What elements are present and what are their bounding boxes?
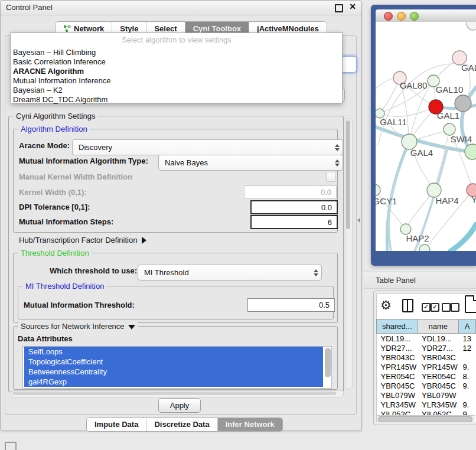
algorithm-dropdown-prompt: Select algorithm to view settings	[11, 33, 342, 48]
algorithm-option[interactable]: ARACNE Algorithm	[11, 67, 342, 76]
table-row[interactable]: YDL19...YDL19...13	[377, 334, 476, 344]
mi-threshold-field[interactable]: 0.5	[247, 298, 335, 312]
splitter-handle-icon[interactable]	[357, 218, 360, 223]
float-window-icon[interactable]	[335, 4, 343, 12]
algorithm-option[interactable]: Basic Correlation Inference	[11, 57, 342, 67]
algorithm-option[interactable]: Mutual Information Inference	[11, 76, 342, 86]
network-node[interactable]	[467, 22, 476, 30]
scrollbar-thumb[interactable]	[12, 392, 336, 395]
mi-threshold-value: 0.5	[319, 301, 330, 309]
which-threshold-select[interactable]: MI Threshold	[138, 265, 322, 281]
node-label: GAL80	[400, 80, 428, 90]
column-header-2[interactable]: name	[418, 319, 459, 334]
mi-type-value: Naive Bayes	[165, 158, 208, 167]
attribute-list-item[interactable]: gal4RGexp	[24, 377, 323, 387]
columns-icon[interactable]	[402, 299, 413, 312]
table-row[interactable]: YBR045CYBR045C9.	[377, 381, 476, 390]
table-cell: YBR045C	[377, 381, 418, 390]
mi-steps-field[interactable]: 6	[250, 215, 338, 229]
table-cell: 13	[459, 334, 476, 344]
node-label: GAL1	[437, 110, 459, 120]
network-edge	[450, 224, 476, 251]
node-attribute-table[interactable]: shared...nameA YDL19...YDL19...13YDR27..…	[376, 319, 476, 419]
table-cell: YBR045C	[418, 381, 459, 390]
hub-definition-expander[interactable]: Hub/Transcription Factor Definition	[19, 236, 146, 244]
hidden-combo-fragment[interactable]	[341, 56, 357, 73]
table-row[interactable]: YPR145WYPR145W9.	[377, 362, 476, 371]
table-cell: 9.	[459, 381, 476, 390]
mi-type-label: Mutual Information Algorithm Type:	[19, 156, 148, 165]
table-row[interactable]: YLR345WYLR345W9.	[377, 400, 476, 409]
table-row[interactable]: YBR043CYBR043C	[377, 353, 476, 362]
expand-right-icon	[142, 237, 146, 244]
algorithm-option[interactable]: Bayesian – K2	[11, 86, 342, 95]
apply-button[interactable]: Apply	[158, 398, 201, 413]
checked-checkbox-icon[interactable]: ✓	[422, 303, 431, 312]
table-row[interactable]: YBL079WYBL079W	[377, 390, 476, 400]
sources-title[interactable]: Sources for Network Inference	[18, 322, 138, 331]
table-cell: YBL079W	[418, 390, 459, 400]
dpi-tolerance-field[interactable]: 0.0	[250, 200, 338, 214]
node-label: Y	[471, 194, 476, 204]
bottom-tab-impute-data[interactable]: Impute Data	[87, 418, 146, 431]
network-node-gal1[interactable]	[444, 123, 455, 135]
algorithm-option[interactable]: Dream8 DC_TDC Algorithm	[11, 95, 342, 105]
sources-title-label: Sources for Network Inference	[21, 322, 125, 331]
network-edge	[434, 129, 449, 190]
node-label: GAL4	[410, 148, 433, 158]
data-attributes-list[interactable]: SelfLoopsTopologicalCoefficientBetweenne…	[22, 346, 332, 389]
table-cell: YBR043C	[418, 353, 459, 362]
control-panel-titlebar: Control Panel ✕	[1, 1, 361, 15]
close-icon[interactable]: ✕	[349, 2, 356, 11]
table-cell: YDL19...	[418, 334, 459, 344]
table-cell: YBR043C	[377, 353, 418, 362]
table-cell: 9.	[459, 362, 476, 371]
hub-definition-label: Hub/Transcription Factor Definition	[19, 236, 137, 244]
spinner-arrows-icon	[335, 140, 340, 155]
network-node[interactable]	[455, 95, 471, 112]
table-cell: 8.	[459, 371, 476, 381]
attribute-list-item[interactable]: BetweennessCentrality	[24, 367, 323, 377]
minimize-traffic-light-icon[interactable]	[397, 12, 406, 21]
table-header-row[interactable]: shared...nameA	[377, 319, 476, 334]
mi-steps-value: 6	[328, 218, 332, 227]
zoom-traffic-light-icon[interactable]	[410, 12, 419, 21]
scrollbar-thumb[interactable]	[378, 416, 472, 422]
attribute-list-item[interactable]: SelfLoops	[24, 347, 323, 357]
mi-type-select[interactable]: Naive Bayes	[158, 155, 343, 171]
mi-threshold-title: MI Threshold Definition	[23, 282, 106, 291]
table-row[interactable]: YER054CYER054C8.	[377, 371, 476, 381]
unchecked-checkbox-icon[interactable]	[442, 303, 451, 312]
table-row[interactable]: YDR27...YDR27...12	[377, 343, 476, 353]
checked-checkbox-icon[interactable]: ✓	[431, 303, 439, 312]
network-canvas[interactable]: GALGAL80GAL10GAL11GAL1SWI4GAL4GCY1HAP4YH…	[376, 22, 476, 251]
column-header-1[interactable]: shared...	[377, 319, 418, 334]
cyni-settings-title: Cyni Algorithm Settings	[14, 112, 97, 120]
dpi-tolerance-value: 0.0	[321, 203, 332, 212]
minimized-panel-icon[interactable]	[5, 442, 17, 450]
network-node-gcy1[interactable]	[376, 184, 380, 196]
column-header-3[interactable]: A	[459, 319, 476, 334]
document-icon[interactable]	[465, 295, 476, 313]
network-edges	[376, 87, 476, 251]
attribute-list-item[interactable]: TopologicalCoefficient	[24, 357, 323, 367]
bottom-tab-infer-network[interactable]: Infer Network	[218, 418, 282, 431]
table-cell: YLR345W	[377, 400, 418, 409]
settings-scrollbar[interactable]	[345, 118, 353, 390]
kernel-width-field[interactable]: 0.0	[244, 185, 337, 199]
gear-icon[interactable]: ⚙	[380, 298, 392, 312]
table-hscrollbar[interactable]	[377, 415, 475, 423]
list-scrollbar[interactable]	[325, 348, 331, 377]
close-traffic-light-icon[interactable]	[384, 12, 393, 21]
aracne-mode-select[interactable]: Discovery	[72, 139, 343, 155]
network-node-swi4[interactable]	[465, 144, 476, 159]
table-cell: YLR345W	[418, 400, 459, 409]
spinner-arrows-icon	[335, 155, 340, 170]
table-cell: YPR145W	[418, 362, 459, 371]
manual-kernel-checkbox[interactable]	[326, 172, 336, 182]
settings-hscrollbar[interactable]	[11, 390, 344, 397]
algorithm-option[interactable]: Bayesian – Hill Climbing	[11, 48, 342, 57]
scrollbar-thumb[interactable]	[346, 120, 350, 229]
unchecked-checkbox-icon[interactable]	[451, 303, 459, 312]
bottom-tab-discretize-data[interactable]: Discretize Data	[146, 418, 217, 431]
